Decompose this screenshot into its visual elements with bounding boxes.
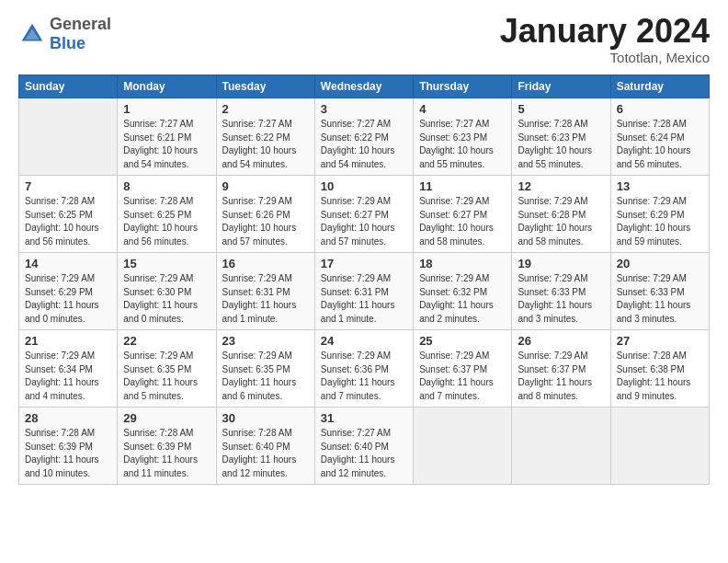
day-info: Sunrise: 7:29 AMSunset: 6:36 PMDaylight:… xyxy=(321,350,407,403)
col-sunday: Sunday xyxy=(19,75,118,98)
calendar-cell: 11Sunrise: 7:29 AMSunset: 6:27 PMDayligh… xyxy=(414,176,512,253)
calendar-cell: 27Sunrise: 7:28 AMSunset: 6:38 PMDayligh… xyxy=(610,330,709,408)
calendar-week-3: 14Sunrise: 7:29 AMSunset: 6:29 PMDayligh… xyxy=(19,253,710,330)
day-number: 3 xyxy=(321,102,407,116)
day-number: 14 xyxy=(25,257,111,270)
calendar-cell: 19Sunrise: 7:29 AMSunset: 6:33 PMDayligh… xyxy=(512,253,610,330)
day-number: 26 xyxy=(518,334,604,348)
col-wednesday: Wednesday xyxy=(314,75,413,98)
day-number: 19 xyxy=(518,257,604,270)
calendar-cell: 7Sunrise: 7:28 AMSunset: 6:25 PMDaylight… xyxy=(19,176,118,253)
day-number: 22 xyxy=(123,334,210,348)
day-info: Sunrise: 7:29 AMSunset: 6:37 PMDaylight:… xyxy=(518,350,604,403)
day-number: 23 xyxy=(222,334,309,348)
calendar-cell: 22Sunrise: 7:29 AMSunset: 6:35 PMDayligh… xyxy=(118,330,216,408)
calendar-cell: 23Sunrise: 7:29 AMSunset: 6:35 PMDayligh… xyxy=(216,330,314,408)
day-info: Sunrise: 7:27 AMSunset: 6:21 PMDaylight:… xyxy=(123,118,210,171)
day-number: 2 xyxy=(222,102,309,116)
calendar-header: Sunday Monday Tuesday Wednesday Thursday… xyxy=(19,75,710,98)
col-friday: Friday xyxy=(512,75,610,98)
calendar-cell: 1Sunrise: 7:27 AMSunset: 6:21 PMDaylight… xyxy=(118,98,216,176)
calendar-cell: 29Sunrise: 7:28 AMSunset: 6:39 PMDayligh… xyxy=(118,408,216,485)
day-number: 1 xyxy=(123,102,210,116)
logo-icon xyxy=(18,20,46,48)
location: Tototlan, Mexico xyxy=(500,50,710,65)
col-tuesday: Tuesday xyxy=(216,75,314,98)
day-number: 31 xyxy=(321,411,407,425)
calendar-cell: 28Sunrise: 7:28 AMSunset: 6:39 PMDayligh… xyxy=(19,408,118,485)
logo-text: General Blue xyxy=(50,15,111,53)
day-number: 10 xyxy=(321,179,407,193)
day-number: 16 xyxy=(222,257,309,270)
day-number: 27 xyxy=(617,334,703,348)
day-info: Sunrise: 7:28 AMSunset: 6:38 PMDaylight:… xyxy=(617,350,703,403)
day-info: Sunrise: 7:27 AMSunset: 6:40 PMDaylight:… xyxy=(321,427,407,480)
day-number: 24 xyxy=(321,334,407,348)
day-info: Sunrise: 7:29 AMSunset: 6:31 PMDaylight:… xyxy=(222,272,309,326)
day-info: Sunrise: 7:29 AMSunset: 6:26 PMDaylight:… xyxy=(222,195,309,248)
day-number: 28 xyxy=(25,411,111,425)
calendar-cell xyxy=(414,408,512,485)
logo: General Blue xyxy=(18,15,111,53)
calendar-week-4: 21Sunrise: 7:29 AMSunset: 6:34 PMDayligh… xyxy=(19,330,710,408)
calendar-cell: 16Sunrise: 7:29 AMSunset: 6:31 PMDayligh… xyxy=(216,253,314,330)
day-info: Sunrise: 7:28 AMSunset: 6:39 PMDaylight:… xyxy=(25,427,111,480)
logo-general: General xyxy=(50,15,111,33)
calendar-cell: 20Sunrise: 7:29 AMSunset: 6:33 PMDayligh… xyxy=(610,253,709,330)
calendar-week-5: 28Sunrise: 7:28 AMSunset: 6:39 PMDayligh… xyxy=(19,408,710,485)
day-info: Sunrise: 7:29 AMSunset: 6:33 PMDaylight:… xyxy=(617,272,703,326)
calendar-cell xyxy=(19,98,118,176)
day-info: Sunrise: 7:29 AMSunset: 6:27 PMDaylight:… xyxy=(321,195,407,248)
day-info: Sunrise: 7:29 AMSunset: 6:28 PMDaylight:… xyxy=(518,195,604,248)
day-info: Sunrise: 7:29 AMSunset: 6:35 PMDaylight:… xyxy=(222,350,309,403)
calendar-cell: 10Sunrise: 7:29 AMSunset: 6:27 PMDayligh… xyxy=(314,176,413,253)
calendar-cell: 14Sunrise: 7:29 AMSunset: 6:29 PMDayligh… xyxy=(19,253,118,330)
calendar-cell: 9Sunrise: 7:29 AMSunset: 6:26 PMDaylight… xyxy=(216,176,314,253)
calendar-cell: 5Sunrise: 7:28 AMSunset: 6:23 PMDaylight… xyxy=(512,98,610,176)
calendar-cell: 25Sunrise: 7:29 AMSunset: 6:37 PMDayligh… xyxy=(414,330,512,408)
calendar-table: Sunday Monday Tuesday Wednesday Thursday… xyxy=(18,75,710,485)
col-monday: Monday xyxy=(118,75,216,98)
day-info: Sunrise: 7:29 AMSunset: 6:29 PMDaylight:… xyxy=(617,195,703,248)
calendar-cell: 8Sunrise: 7:28 AMSunset: 6:25 PMDaylight… xyxy=(118,176,216,253)
logo-blue: Blue xyxy=(50,34,85,52)
col-saturday: Saturday xyxy=(610,75,709,98)
calendar-cell: 4Sunrise: 7:27 AMSunset: 6:23 PMDaylight… xyxy=(414,98,512,176)
day-number: 17 xyxy=(321,257,407,270)
header: General Blue January 2024 Tototlan, Mexi… xyxy=(18,15,710,65)
calendar-cell: 18Sunrise: 7:29 AMSunset: 6:32 PMDayligh… xyxy=(414,253,512,330)
day-info: Sunrise: 7:27 AMSunset: 6:22 PMDaylight:… xyxy=(222,118,309,171)
day-info: Sunrise: 7:29 AMSunset: 6:29 PMDaylight:… xyxy=(25,272,111,326)
day-info: Sunrise: 7:28 AMSunset: 6:25 PMDaylight:… xyxy=(123,195,210,248)
day-info: Sunrise: 7:29 AMSunset: 6:34 PMDaylight:… xyxy=(25,350,111,403)
day-info: Sunrise: 7:29 AMSunset: 6:32 PMDaylight:… xyxy=(419,272,506,326)
day-info: Sunrise: 7:28 AMSunset: 6:24 PMDaylight:… xyxy=(617,118,703,171)
day-number: 8 xyxy=(123,179,210,193)
day-info: Sunrise: 7:28 AMSunset: 6:40 PMDaylight:… xyxy=(222,427,309,480)
day-info: Sunrise: 7:28 AMSunset: 6:39 PMDaylight:… xyxy=(123,427,210,480)
day-number: 29 xyxy=(123,411,210,425)
calendar-cell: 12Sunrise: 7:29 AMSunset: 6:28 PMDayligh… xyxy=(512,176,610,253)
calendar-cell: 30Sunrise: 7:28 AMSunset: 6:40 PMDayligh… xyxy=(216,408,314,485)
day-info: Sunrise: 7:27 AMSunset: 6:23 PMDaylight:… xyxy=(419,118,506,171)
day-number: 12 xyxy=(518,179,604,193)
calendar-cell: 6Sunrise: 7:28 AMSunset: 6:24 PMDaylight… xyxy=(610,98,709,176)
day-info: Sunrise: 7:29 AMSunset: 6:31 PMDaylight:… xyxy=(321,272,407,326)
day-number: 18 xyxy=(419,257,506,270)
day-number: 20 xyxy=(617,257,703,270)
day-number: 13 xyxy=(617,179,703,193)
calendar-cell: 15Sunrise: 7:29 AMSunset: 6:30 PMDayligh… xyxy=(118,253,216,330)
day-info: Sunrise: 7:27 AMSunset: 6:22 PMDaylight:… xyxy=(321,118,407,171)
calendar-cell: 21Sunrise: 7:29 AMSunset: 6:34 PMDayligh… xyxy=(19,330,118,408)
header-row: Sunday Monday Tuesday Wednesday Thursday… xyxy=(19,75,710,98)
calendar-week-1: 1Sunrise: 7:27 AMSunset: 6:21 PMDaylight… xyxy=(19,98,710,176)
calendar-cell: 24Sunrise: 7:29 AMSunset: 6:36 PMDayligh… xyxy=(314,330,413,408)
calendar-cell: 17Sunrise: 7:29 AMSunset: 6:31 PMDayligh… xyxy=(314,253,413,330)
calendar-cell: 3Sunrise: 7:27 AMSunset: 6:22 PMDaylight… xyxy=(314,98,413,176)
calendar-cell xyxy=(512,408,610,485)
day-number: 15 xyxy=(123,257,210,270)
day-number: 11 xyxy=(419,179,506,193)
day-info: Sunrise: 7:29 AMSunset: 6:35 PMDaylight:… xyxy=(123,350,210,403)
col-thursday: Thursday xyxy=(414,75,512,98)
day-number: 25 xyxy=(419,334,506,348)
